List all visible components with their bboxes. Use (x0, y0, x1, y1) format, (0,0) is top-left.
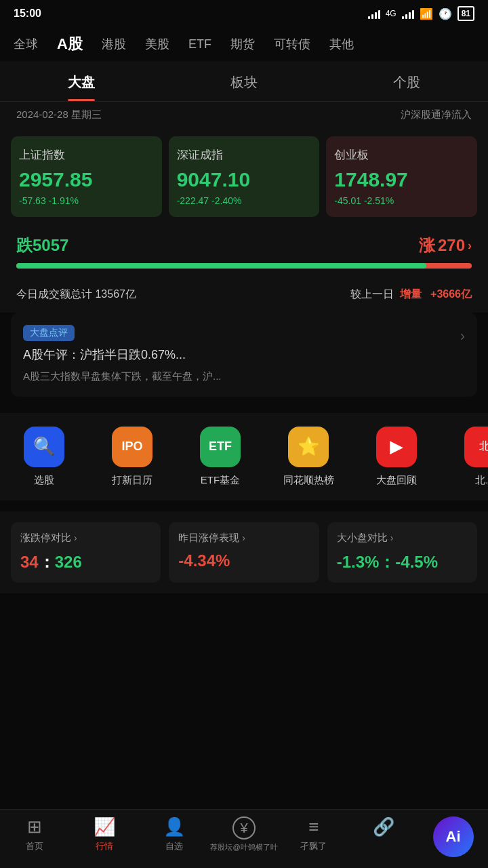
yesterday-arrow: › (242, 532, 245, 543)
limit-compare-value: 34：326 (20, 551, 151, 573)
tab-sector[interactable]: 板块 (163, 61, 325, 101)
top-navigation: 全球 A股 港股 美股 ETF 期货 可转债 其他 (0, 27, 488, 61)
quick-item-stock-select[interactable]: 🔍 选股 (0, 427, 88, 487)
quick-item-north[interactable]: 北 北... (441, 427, 488, 487)
review-icon: ▶ (376, 427, 417, 467)
status-right: 4G 📶 🕐 81 (368, 6, 474, 21)
nav-item-other[interactable]: 其他 (329, 36, 354, 52)
wifi-icon: 📶 (420, 7, 433, 20)
ai-icon: Ai (433, 816, 474, 857)
chinext-title: 创业板 (334, 147, 469, 163)
shenzhen-changes: -222.47 -2.40% (177, 195, 312, 206)
bottom-news[interactable]: ≡ 孑飘了 (279, 816, 348, 857)
shanghai-changes: -57.63 -1.91% (19, 195, 154, 206)
limit-compare-card[interactable]: 涨跌停对比 › 34：326 (11, 522, 161, 583)
nav-item-hk-stock[interactable]: 港股 (102, 36, 126, 52)
hot-icon: ⭐ (288, 427, 329, 467)
home-label: 首页 (26, 840, 43, 852)
signal-icon (368, 8, 380, 19)
shenzhen-value: 9047.10 (177, 168, 312, 191)
etf-label: ETF基金 (201, 474, 240, 487)
watchlist-icon: 👤 (163, 816, 185, 837)
quick-item-review[interactable]: ▶ 大盘回顾 (352, 427, 441, 487)
community-icon: ¥ (232, 816, 256, 840)
date-label: 2024-02-28 星期三 (16, 108, 102, 121)
status-bar: 15:00 4G 📶 🕐 81 (0, 0, 488, 27)
news-card[interactable]: 大盘点评 A股午评：沪指半日跌0.67%... A股三大指数早盘集体下跌，截至午… (11, 313, 477, 397)
tab-market[interactable]: 大盘 (0, 61, 163, 101)
news-icon: ≡ (308, 816, 319, 837)
bottom-link[interactable]: 🔗 (348, 816, 418, 857)
market-icon: 📈 (94, 816, 115, 837)
market-compare-value: -1.3%：-4.5% (337, 551, 468, 573)
quick-item-ipo[interactable]: IPO 打新日历 (88, 427, 176, 487)
yesterday-limit-value: -4.34% (178, 551, 309, 570)
stock-select-label: 选股 (34, 474, 54, 487)
nav-item-futures[interactable]: 期货 (230, 36, 255, 52)
home-icon: ⊞ (27, 816, 42, 837)
shanghai-index-card[interactable]: 上证指数 2957.85 -57.63 -1.91% (11, 136, 162, 217)
link-icon: 🔗 (373, 816, 394, 837)
status-time: 15:00 (14, 7, 41, 20)
news-summary: A股三大指数早盘集体下跌，截至午盘，沪... (23, 369, 452, 384)
rise-count[interactable]: 涨270 › (419, 235, 472, 256)
rise-arrow: › (468, 239, 472, 253)
market-compare-title: 大小盘对比 › (337, 532, 468, 545)
chinext-value: 1748.97 (334, 168, 469, 191)
nav-item-a-stock[interactable]: A股 (57, 34, 83, 54)
sub-navigation: 大盘 板块 个股 (0, 61, 488, 102)
market-arrow: › (390, 532, 394, 543)
rise-fall-bar (16, 263, 472, 269)
news-title: A股午评：沪指半日跌0.67%... (23, 347, 452, 363)
ipo-icon: IPO (112, 427, 152, 467)
stats-section: 涨跌停对比 › 34：326 昨日涨停表现 › -4.34% 大小盘对比 › -… (0, 511, 488, 593)
chinext-index-card[interactable]: 创业板 1748.97 -45.01 -2.51% (326, 136, 477, 217)
network-icon: 4G (386, 9, 396, 18)
bottom-watchlist[interactable]: 👤 自选 (140, 816, 209, 857)
news-tag: 大盘点评 (23, 325, 75, 341)
clock-icon: 🕐 (439, 7, 452, 20)
bottom-market[interactable]: 📈 行情 (70, 816, 140, 857)
etf-icon: ETF (200, 427, 241, 467)
limit-compare-title: 涨跌停对比 › (20, 532, 151, 545)
nav-item-global[interactable]: 全球 (14, 36, 38, 52)
increase-label: 增量 (400, 288, 422, 300)
volume-compare: 较上一日 增量 +3666亿 (350, 288, 472, 302)
section-divider-2 (0, 500, 488, 506)
north-icon: 北 (464, 427, 488, 467)
shenzhen-index-card[interactable]: 深证成指 9047.10 -222.47 -2.40% (169, 136, 320, 217)
bottom-community[interactable]: ¥ 荐股坛@叶鸽横了叶 (209, 816, 279, 857)
chinext-changes: -45.01 -2.51% (334, 195, 469, 206)
date-bar: 2024-02-28 星期三 沪深股通净流入 (0, 102, 488, 128)
volume-info: 今日成交额总计 13567亿 (16, 288, 136, 302)
ipo-label: 打新日历 (112, 474, 152, 487)
flow-label: 沪深股通净流入 (401, 108, 472, 121)
quick-item-etf[interactable]: ETF ETF基金 (176, 427, 264, 487)
nav-item-convertible[interactable]: 可转债 (274, 36, 310, 52)
rise-fall-section: 跌5057 涨270 › (0, 225, 488, 281)
volume-section: 今日成交额总计 13567亿 较上一日 增量 +3666亿 (0, 281, 488, 313)
bottom-navigation: ⊞ 首页 📈 行情 👤 自选 ¥ 荐股坛@叶鸽横了叶 ≡ 孑飘了 🔗 Ai (0, 809, 488, 868)
battery-indicator: 81 (458, 6, 474, 21)
quick-access-section: 🔍 选股 IPO 打新日历 ETF ETF基金 ⭐ 同花顺热榜 ▶ 大盘回顾 北… (0, 413, 488, 500)
review-label: 大盘回顾 (376, 474, 417, 487)
news-arrow-icon: › (460, 328, 465, 345)
index-cards-section: 上证指数 2957.85 -57.63 -1.91% 深证成指 9047.10 … (0, 128, 488, 225)
hot-label: 同花顺热榜 (283, 474, 334, 487)
market-label: 行情 (96, 840, 113, 852)
nav-item-etf[interactable]: ETF (188, 37, 211, 52)
bottom-home[interactable]: ⊞ 首页 (0, 816, 70, 857)
increase-amount: +3666亿 (430, 288, 472, 300)
yesterday-limit-card[interactable]: 昨日涨停表现 › -4.34% (169, 522, 319, 583)
news-label: 孑飘了 (300, 840, 327, 852)
rise-fall-header: 跌5057 涨270 › (16, 235, 472, 256)
shenzhen-title: 深证成指 (177, 147, 312, 163)
fall-count: 跌5057 (16, 235, 68, 256)
tab-stocks[interactable]: 个股 (325, 61, 488, 101)
yesterday-limit-title: 昨日涨停表现 › (178, 532, 309, 545)
quick-item-hot[interactable]: ⭐ 同花顺热榜 (264, 427, 352, 487)
nav-item-us-stock[interactable]: 美股 (145, 36, 169, 52)
bottom-ai[interactable]: Ai (418, 816, 488, 857)
market-compare-card[interactable]: 大小盘对比 › -1.3%：-4.5% (327, 522, 477, 583)
stock-select-icon: 🔍 (24, 427, 64, 467)
